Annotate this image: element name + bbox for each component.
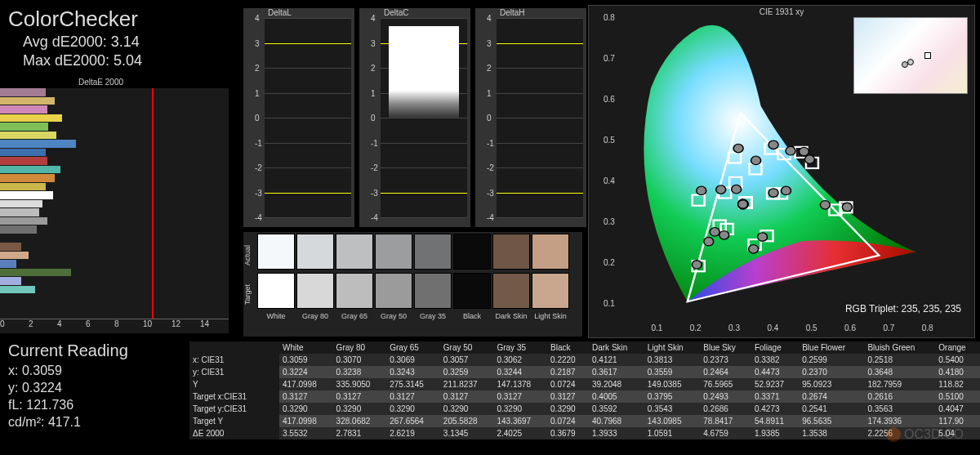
data-cell: 1.0591	[644, 427, 701, 439]
swatch-label: Gray 50	[374, 312, 413, 320]
data-cell: 0.3371	[751, 390, 799, 403]
svg-point-31	[782, 186, 791, 194]
svg-point-39	[733, 144, 743, 152]
data-cell: 417.0998	[279, 378, 333, 390]
data-cell: 211.8237	[440, 378, 494, 390]
de-bar	[0, 140, 76, 148]
col-header: White	[279, 341, 333, 354]
swatch-label: Light Skin	[531, 312, 570, 320]
svg-point-33	[710, 228, 719, 236]
swatch	[375, 273, 412, 309]
row-label-target: Target	[243, 284, 252, 305]
row-label: ΔE 2000	[189, 427, 279, 439]
delta-chart-deltah: DeltaH43210-1-2-3-4	[475, 8, 586, 227]
data-cell: 0.3290	[333, 403, 387, 415]
swatch	[257, 273, 295, 309]
data-cell: 0.3069	[386, 354, 440, 366]
current-y: y: 0.3224	[8, 381, 128, 395]
col-header: Foliage	[751, 341, 799, 354]
data-cell: 0.4005	[589, 390, 644, 403]
de-bar	[0, 243, 21, 251]
data-cell: 0.4273	[751, 403, 799, 415]
data-cell: 0.0724	[547, 415, 589, 427]
swatch	[336, 234, 373, 270]
data-cell: 96.5635	[799, 415, 864, 427]
data-cell: 0.3290	[493, 403, 547, 415]
swatch	[375, 234, 412, 270]
data-cell: 0.2373	[700, 354, 751, 366]
data-cell: 0.3057	[440, 354, 494, 366]
de-bar	[0, 183, 46, 191]
svg-point-29	[738, 200, 748, 208]
data-cell: 174.3936	[864, 415, 935, 427]
current-fl: fL: 121.736	[8, 398, 128, 413]
data-cell: 0.2541	[799, 403, 864, 415]
delta-chart-deltac: DeltaC43210-1-2-3-4	[359, 8, 470, 227]
row-label: Target x:CIE31	[189, 390, 279, 403]
swatch	[532, 273, 569, 309]
data-cell: 2.7831	[333, 427, 387, 439]
swatch	[336, 273, 373, 309]
current-cdm2: cd/m²: 417.1	[8, 415, 128, 430]
deltae-bar-chart: 02468101214	[0, 88, 229, 333]
swatch-label: Dark Skin	[492, 312, 531, 320]
current-x: x: 0.3059	[8, 364, 128, 378]
svg-point-46	[697, 186, 706, 194]
svg-point-40	[820, 201, 830, 209]
svg-point-37	[786, 146, 795, 154]
data-cell: 1.3538	[799, 427, 864, 439]
data-table: WhiteGray 80Gray 65Gray 50Gray 35BlackDa…	[189, 341, 980, 439]
cie-inset	[853, 17, 968, 94]
swatch	[453, 273, 491, 309]
row-label-actual: Actual	[243, 245, 252, 265]
data-cell: 3.1345	[440, 427, 494, 439]
data-cell: 0.0724	[547, 378, 589, 390]
row-label: x: CIE31	[189, 354, 279, 366]
data-cell: 52.9237	[751, 378, 799, 390]
svg-point-47	[804, 155, 814, 163]
data-cell: 143.3697	[493, 415, 547, 427]
svg-point-42	[692, 261, 702, 269]
data-cell: 117.90	[935, 415, 980, 427]
data-cell: 0.3070	[333, 354, 387, 366]
data-cell: 0.2493	[700, 390, 751, 403]
svg-point-35	[719, 231, 729, 239]
swatch	[296, 273, 334, 309]
de-bar	[0, 174, 55, 182]
svg-point-34	[751, 156, 761, 164]
data-cell: 0.3127	[386, 390, 440, 403]
data-cell: 0.3127	[547, 390, 589, 403]
de-bar	[0, 166, 60, 174]
col-header: Orange	[935, 341, 980, 354]
data-cell: 76.5965	[700, 378, 751, 390]
col-header: Blue Sky	[700, 341, 751, 354]
col-header: Black	[547, 341, 589, 354]
data-cell: 149.0385	[644, 378, 701, 390]
svg-point-48	[732, 185, 742, 193]
data-cell: 0.5400	[935, 354, 980, 366]
row-label: y: CIE31	[189, 366, 279, 378]
data-cell: 0.3290	[386, 403, 440, 415]
data-cell: 182.7959	[864, 378, 935, 390]
data-cell: 0.4180	[935, 366, 980, 378]
swatch-label: Black	[452, 312, 492, 320]
data-cell: 0.3059	[279, 354, 333, 366]
svg-point-44	[799, 147, 808, 155]
data-cell: 335.9050	[333, 378, 387, 390]
swatch-label: Gray 35	[413, 312, 452, 320]
svg-point-43	[842, 203, 852, 211]
data-cell: 205.5828	[440, 415, 494, 427]
color-swatches: Actual Target WhiteGray 80Gray 65Gray 50…	[243, 232, 582, 337]
data-cell: 0.2599	[799, 354, 864, 366]
data-cell: 0.3127	[333, 390, 387, 403]
data-cell: 0.4121	[589, 354, 644, 366]
col-header: Light Skin	[644, 341, 701, 354]
data-cell: 0.2616	[864, 390, 935, 403]
data-cell: 0.3592	[589, 403, 644, 415]
cie-title: CIE 1931 xy	[589, 6, 974, 18]
de-bar	[0, 123, 48, 131]
de-bar	[0, 132, 56, 140]
data-cell: 0.3290	[279, 403, 333, 415]
delta-small-charts: DeltaL43210-1-2-3-4DeltaC43210-1-2-3-4De…	[243, 8, 586, 227]
data-cell: 0.3617	[589, 366, 644, 378]
